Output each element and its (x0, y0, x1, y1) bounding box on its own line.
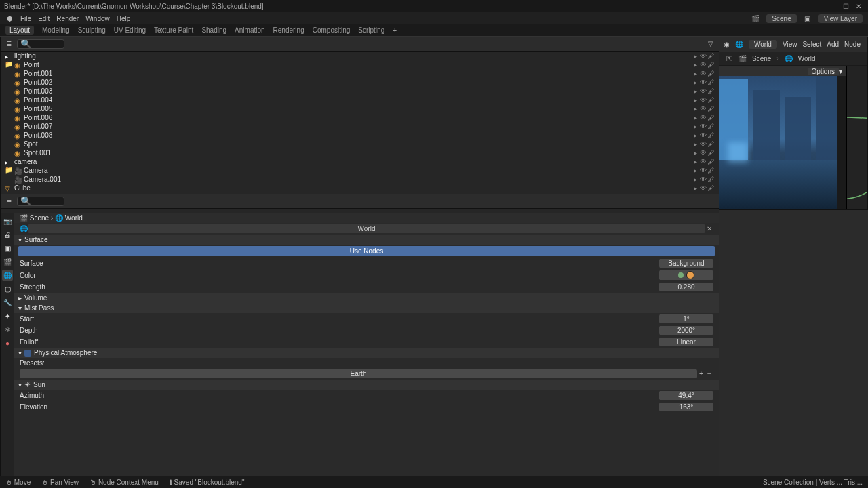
world-name-field[interactable] (28, 224, 705, 233)
outliner-item[interactable]: ◉Point.004▸👁🖋 (1, 96, 719, 104)
prop-crumb-scene[interactable]: Scene (30, 214, 49, 222)
tab-physics[interactable]: ⚛ (2, 324, 13, 335)
mist-row[interactable]: FalloffLinear (14, 336, 719, 348)
surface-value[interactable]: Background (659, 259, 713, 268)
add-preset[interactable]: + (697, 370, 705, 378)
section-surface[interactable]: Surface (24, 236, 47, 243)
preview-options[interactable]: Options (808, 68, 839, 75)
section-volume[interactable]: Volume (24, 294, 47, 302)
close-button[interactable]: ✕ (853, 3, 864, 10)
outliner-item[interactable]: ◉Point.008▸👁🖋 (1, 131, 719, 140)
status-pan: Pan View (50, 479, 79, 486)
editor-type-icon[interactable]: ◉ (724, 41, 730, 48)
minimize-button[interactable]: — (827, 3, 838, 10)
prop-sun-label[interactable]: Sun (33, 381, 45, 388)
outliner-search[interactable] (17, 39, 64, 49)
color-chip[interactable] (686, 271, 694, 279)
outliner-item[interactable]: ◉Spot▸👁🖋 (1, 140, 719, 148)
sun-row[interactable]: Azimuth49.4° (14, 390, 719, 401)
tab-sculpting[interactable]: Sculpting (78, 26, 106, 34)
outliner-item[interactable]: 🎥Camera.001▸👁🖋 (1, 175, 719, 184)
outliner-item[interactable]: ◉Point▸👁🖋 (1, 60, 719, 69)
world-icon[interactable]: 🌐 (735, 41, 743, 48)
status-context: Node Context Menu (98, 479, 159, 486)
sun-row[interactable]: Elevation163° (14, 401, 719, 413)
menu-view[interactable]: View (783, 41, 797, 48)
preset-value[interactable]: Earth (20, 369, 697, 378)
outliner-item[interactable]: ◉Point.006▸👁🖋 (1, 113, 719, 122)
properties-tabs: 📷 🖨 ▣ 🎬 🌐 ▢ 🔧 ✦ ⚛ ● (1, 213, 14, 488)
mist-row[interactable]: Start1° (14, 313, 719, 325)
outliner-item[interactable]: 🎥Camera▸👁🖋 (1, 166, 719, 175)
tab-material[interactable]: ● (2, 338, 13, 348)
tab-modeling[interactable]: Modeling (42, 26, 70, 34)
prop-crumb-world[interactable]: World (65, 214, 83, 222)
tab-scripting[interactable]: Scripting (358, 26, 384, 34)
mist-row[interactable]: Depth2000° (14, 325, 719, 336)
crumb-world[interactable]: World (798, 55, 816, 62)
tab-layout[interactable]: Layout (5, 26, 34, 35)
tab-scene[interactable]: 🎬 (2, 256, 13, 267)
menu-file[interactable]: File (20, 15, 31, 22)
tab-render[interactable]: 📷 (2, 216, 13, 226)
node-breadcrumb: ⇱ 🎬 Scene › 🌐 World (719, 52, 867, 66)
use-nodes-button[interactable]: Use Nodes (18, 246, 715, 256)
menu-select[interactable]: Select (802, 41, 821, 48)
menu-help[interactable]: Help (117, 15, 131, 22)
outliner-item[interactable]: ◉Point.003▸👁🖋 (1, 87, 719, 96)
tab-shading[interactable]: Shading (201, 26, 226, 34)
window-title: Blender* [D:\The Works\Current\Gnomon Wo… (4, 3, 264, 10)
shader-type[interactable]: World (749, 40, 777, 49)
tab-particles[interactable]: ✦ (2, 310, 13, 321)
outliner-item[interactable]: ◉Point.001▸👁🖋 (1, 69, 719, 78)
node-editor-header: ◉ 🌐 World View Select Add Node Use Nodes… (719, 37, 867, 52)
scene-name[interactable]: Scene (766, 14, 796, 23)
outliner-item[interactable]: ▸ 📁lighting▸👁🖋 (1, 52, 719, 60)
outliner[interactable]: ≣ ▽ ▸ 📁lighting▸👁🖋◉Point▸👁🖋◉Point.001▸👁🖋… (1, 37, 719, 213)
tab-output[interactable]: 🖨 (2, 229, 13, 240)
layers-icon: ▣ (804, 15, 812, 22)
blender-icon: ⬢ (5, 15, 14, 22)
tab-world[interactable]: 🌐 (2, 270, 13, 281)
properties-editor[interactable]: 📷 🖨 ▣ 🎬 🌐 ▢ 🔧 ✦ ⚛ ● 🎬 Scene › 🌐 World 🌐✕… (1, 213, 719, 488)
tab-uv[interactable]: UV Editing (114, 26, 146, 34)
shader-node-editor[interactable]: ◉ 🌐 World View Select Add Node Use Nodes… (719, 37, 868, 210)
view-layer-name[interactable]: View Layer (818, 14, 863, 23)
tab-object[interactable]: ▢ (2, 283, 13, 294)
outliner-item[interactable]: ◉Point.007▸👁🖋 (1, 122, 719, 131)
tab-animation[interactable]: Animation (235, 26, 264, 34)
surface-label: Surface (20, 260, 43, 267)
status-saved: Saved "Blockout.blend" (174, 479, 245, 486)
filter-icon[interactable]: ▽ (707, 40, 715, 47)
outliner-icon2[interactable]: ≣ (5, 197, 13, 205)
outliner-search2[interactable] (17, 197, 64, 206)
tab-modifiers[interactable]: 🔧 (2, 297, 13, 308)
unlink-icon[interactable]: ✕ (705, 225, 713, 232)
strength-value[interactable]: 0.280 (659, 283, 713, 291)
outliner-item[interactable]: ◉Spot.001▸👁🖋 (1, 148, 719, 157)
strength-label: Strength (20, 283, 45, 291)
outliner-type-icon[interactable]: ≣ (5, 40, 13, 47)
maximize-button[interactable]: ☐ (840, 3, 851, 10)
menu-window[interactable]: Window (85, 15, 110, 22)
home-icon[interactable]: ⇱ (725, 55, 733, 62)
tab-add[interactable]: + (393, 26, 397, 34)
outliner-item[interactable]: ▽Cube▸👁🖋 (1, 184, 719, 192)
menu-node[interactable]: Node (844, 41, 861, 48)
render-preview-panel: Options▾ ▭ ✛ ⤧ ⟲ ⤢ ◩ ✎ 📐 ▣ (719, 66, 847, 210)
tab-rendering[interactable]: Rendering (273, 26, 304, 34)
menu-edit[interactable]: Edit (38, 15, 50, 22)
outliner-item[interactable]: ▸ 📁camera▸👁🖋 (1, 157, 719, 166)
outliner-item[interactable]: ◉Point.002▸👁🖋 (1, 78, 719, 87)
menu-render[interactable]: Render (56, 15, 79, 22)
status-bar: 🖱 Move 🖱 Pan View 🖱 Node Context Menu ℹ … (0, 476, 868, 488)
outliner-item[interactable]: ◉Point.005▸👁🖋 (1, 104, 719, 113)
remove-preset[interactable]: − (705, 370, 713, 378)
tab-viewlayer[interactable]: ▣ (2, 243, 13, 253)
menu-add[interactable]: Add (827, 41, 839, 48)
crumb-scene[interactable]: Scene (752, 55, 771, 62)
tab-texturepaint[interactable]: Texture Paint (154, 26, 193, 34)
section-mist[interactable]: Mist Pass (24, 304, 54, 312)
tab-compositing[interactable]: Compositing (313, 26, 351, 34)
section-phys[interactable]: Physical Atmosphere (34, 349, 97, 357)
